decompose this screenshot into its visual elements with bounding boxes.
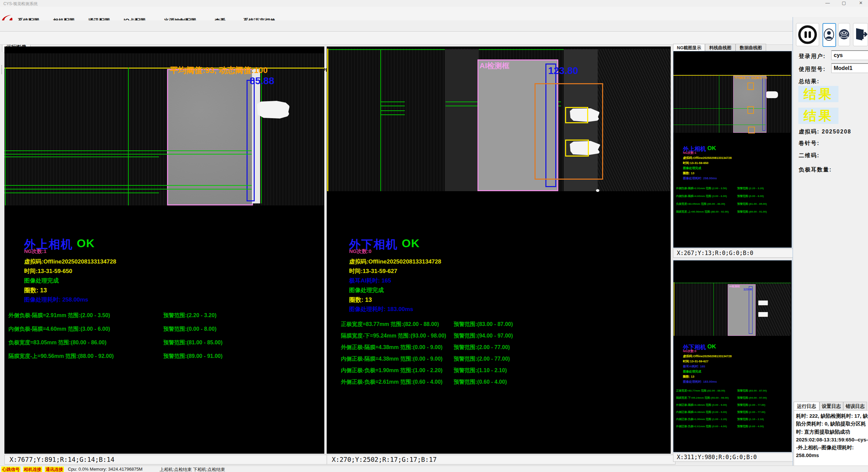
thumb-top-blue-box bbox=[762, 78, 765, 131]
menubar: 系统配置 相机配置 通讯配置 IO卡配置 ▾ 光源控制配置 ▾ 查看 ▾ 系统语… bbox=[0, 7, 868, 20]
thumb-bot-ai-time: 极耳AI耗时: 165 bbox=[683, 364, 705, 369]
view-tab-row: 运行图像 bbox=[0, 20, 868, 32]
thumb-top-metal-tab bbox=[766, 91, 778, 98]
login-user-input[interactable]: cys bbox=[831, 50, 868, 60]
thumb-top-ng: NG次数:1 bbox=[683, 151, 697, 155]
thumb-top-time: 时间:13-31-59-650 bbox=[683, 161, 708, 165]
thumb-top-ok: OK bbox=[707, 145, 716, 152]
lower-camera-thumbnail[interactable]: AI检测框 123.80 外下相机 OK NG次数:0 虚拟码:Offline2… bbox=[673, 260, 792, 452]
lower-measure-warn: 预警范围:(94.00 - 97.00) bbox=[454, 332, 513, 340]
neg-tab-count-label: 负极耳数量: bbox=[799, 166, 832, 174]
exit-button[interactable] bbox=[853, 23, 868, 46]
thumb-top-meas: 隔膜宽度-上=90.56mm 范围:(88.00 - 92.00) bbox=[676, 210, 729, 214]
thumb-bot-machinery bbox=[757, 283, 791, 336]
thumb-top-meas: 负极宽度=83.05mm 范围:(80.00 - 86.00) bbox=[676, 202, 725, 206]
upper-loop-count: 圈数: 13 bbox=[24, 286, 47, 294]
lower-measure-row: 外侧正极-隔膜=4.38mm 范围:(0.00 - 9.00) bbox=[341, 344, 442, 351]
thumb-bot-meas: 预警范围:(83.00 - 87.00) bbox=[737, 389, 767, 393]
lower-ai-elapsed: 极耳AI耗时: 165 bbox=[349, 277, 391, 285]
lower-process-done: 图像处理完成 bbox=[349, 286, 384, 294]
upper-green-hline bbox=[4, 154, 252, 155]
upper-camera-film-strip bbox=[4, 53, 324, 205]
users-group-button[interactable] bbox=[838, 23, 850, 46]
lower-camera-image-panel[interactable]: AI检测框 123.80 外下相机 OK NG次数:0 虚拟码:Offline2… bbox=[327, 47, 671, 454]
run-log-textarea[interactable]: 耗时: 222, 缺陷检测耗时: 17, 缺陷分类耗时: 0, 缺陷提取分区耗时… bbox=[794, 410, 868, 472]
statusbar: 心跳信号 相机连接 通讯连接 Cpu: 0.0% Memory: 3424.41… bbox=[0, 466, 868, 472]
thumb-bottom-coords-bar: X:311;Y:980;R:0;G:0;B:0 bbox=[673, 453, 795, 462]
virtual-code-value: 虚拟码: 20250208 bbox=[799, 128, 851, 135]
thumb-bot-code: 虚拟码:Offline20250208133134728 bbox=[683, 354, 732, 359]
thumb-top-elapsed: 图像处理耗时: 258.00ms bbox=[683, 176, 717, 181]
tab-error-log[interactable]: 错误日志 bbox=[843, 402, 867, 411]
thumb-top-defect-box bbox=[747, 106, 754, 114]
thumb-top-green-vline bbox=[719, 75, 719, 133]
upper-camera-thumbnail[interactable]: 平均阈值:93, 动态阈值:100 外上相机 OK NG次数:1 虚拟码:Off… bbox=[673, 51, 792, 248]
result-box-upper: 结果 bbox=[798, 86, 838, 102]
thumb-top-done: 图像处理完成 bbox=[683, 166, 701, 170]
thumb-top-meas: 内侧负极-隔膜=4.60mm 范围:(3.00 - 6.00) bbox=[676, 194, 727, 198]
model-label: 使用型号: bbox=[799, 66, 826, 73]
thumb-bot-meas: 预警范围:(2.00 - 77.00) bbox=[737, 403, 765, 407]
lower-measure-warn: 预警范围:(83.00 - 87.00) bbox=[454, 321, 513, 328]
lower-yellow-edge-line bbox=[327, 49, 328, 191]
tab-setting-log[interactable]: 设置日志 bbox=[819, 402, 843, 411]
upper-measure-warn: 预警范围:(89.00 - 91.00) bbox=[163, 353, 222, 360]
lower-measure-row: 正极宽度=83.77mm 范围:(82.00 - 88.00) bbox=[341, 321, 439, 328]
lower-green-hline bbox=[380, 114, 405, 115]
pause-button[interactable] bbox=[796, 23, 819, 46]
thumb-top-meas: 预警范围:(81.00 - 85.00) bbox=[737, 202, 767, 206]
cpu-memory-status: Cpu: 0.0% Memory: 3424.41796875M bbox=[68, 467, 143, 472]
thumb-bot-ai-label: AI检测框 bbox=[729, 285, 740, 288]
tab-line-curve[interactable]: 料线曲线图 bbox=[705, 44, 736, 51]
upper-green-hline bbox=[4, 189, 252, 189]
upper-coords-bar: X:7677;Y:891;R:14;G:14;B:14 bbox=[4, 455, 329, 465]
tab-run-log[interactable]: 运行日志 bbox=[794, 402, 819, 411]
thumb-bot-meas: 外侧正极-负极=2.61mm 范围:(0.60 - 4.00) bbox=[676, 424, 727, 428]
lower-yellow-tab-box-2 bbox=[565, 140, 589, 157]
pause-icon bbox=[796, 23, 819, 46]
lower-orange-roi-box bbox=[535, 83, 603, 180]
thumb-top-meas: 外侧负极-隔膜=2.91mm 范围:(2.00 - 3.50) bbox=[676, 186, 727, 190]
titlebar: CYS-视觉检测系统 — ▢ ✕ bbox=[0, 0, 868, 7]
upper-measure-value-overlay: 85.88 bbox=[250, 75, 274, 87]
window-title: CYS-视觉检测系统 bbox=[3, 1, 38, 7]
thumb-bot-meas: 内侧正极-负极=1.90mm 范围:(1.00 - 2.20) bbox=[676, 417, 727, 421]
upper-measure-row: 隔膜宽度-上=90.56mm 范围:(88.00 - 92.00) bbox=[8, 353, 114, 360]
thumb-bot-done: 图像处理完成 bbox=[683, 369, 701, 374]
model-input[interactable]: Model1 bbox=[831, 63, 868, 73]
upper-camera-image-panel[interactable]: 平均阈值:93, 动态阈值:100 85.88 外上相机 OK NG次数:1 虚… bbox=[4, 47, 324, 454]
lower-yellow-tab-box-1 bbox=[565, 107, 588, 123]
lower-camera-result: OK bbox=[402, 237, 420, 250]
exit-door-icon bbox=[853, 23, 868, 45]
thumb-top-defect-box bbox=[747, 83, 754, 90]
maximize-button[interactable]: ▢ bbox=[839, 0, 849, 6]
thumb-bot-green-vline bbox=[713, 283, 714, 336]
close-button[interactable]: ✕ bbox=[856, 0, 866, 6]
thumb-bot-meas: 预警范围:(94.00 - 97.00) bbox=[737, 396, 767, 400]
lower-green-hline bbox=[380, 110, 405, 111]
toolbar-grip[interactable] bbox=[1, 65, 3, 74]
thumb-bot-meas: 预警范围:(2.00 - 77.00) bbox=[737, 410, 765, 414]
thumb-bot-ok: OK bbox=[707, 343, 716, 350]
qrcode-label: 二维码: bbox=[799, 152, 819, 159]
thumb-bot-meas: 外侧正极-隔膜=4.38mm 范围:(0.00 - 9.00) bbox=[676, 403, 727, 407]
upper-green-hline bbox=[4, 185, 252, 186]
tab-data-curve[interactable]: 数据曲线图 bbox=[736, 44, 766, 51]
lower-process-elapsed: 图像处理耗时: 183.00ms bbox=[349, 305, 413, 313]
result-box-lower: 结果 bbox=[798, 108, 838, 124]
upper-green-hline bbox=[4, 150, 252, 151]
user-login-button[interactable] bbox=[822, 23, 836, 47]
upper-green-hline bbox=[4, 193, 159, 193]
thumb-top-meas: 预警范围:(2.20 - 3.20) bbox=[737, 186, 764, 190]
upper-measure-row: 负极宽度=83.05mm 范围:(80.00 - 86.00) bbox=[8, 339, 107, 346]
lower-green-vertical-line bbox=[380, 49, 381, 191]
users-group-icon bbox=[838, 23, 850, 45]
lower-virtual-code: 虚拟码:Offline20250208133134728 bbox=[349, 258, 441, 266]
tab-ng-screenshot[interactable]: NG截图显示 bbox=[673, 44, 705, 51]
upper-blue-measure-box bbox=[247, 80, 255, 201]
lower-white-dot bbox=[596, 189, 599, 192]
app-window: CYS-视觉检测系统 — ▢ ✕ 系统配置 相机配置 通讯配置 IO卡配置 ▾ … bbox=[0, 0, 868, 472]
upper-threshold-overlay: 平均阈值:93, 动态阈值:100 bbox=[170, 65, 268, 76]
minimize-button[interactable]: — bbox=[822, 0, 833, 6]
thumb-bot-loops: 圈数: 13 bbox=[683, 375, 694, 379]
